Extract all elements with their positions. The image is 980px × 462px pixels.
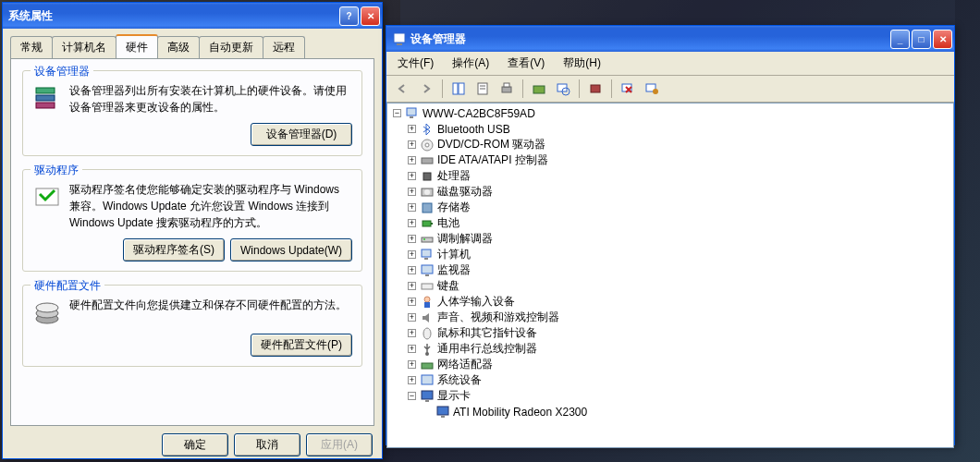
separator [522, 79, 523, 98]
app-icon [392, 31, 407, 46]
forward-button[interactable] [416, 79, 436, 99]
tree-label: 处理器 [437, 168, 471, 184]
device-manager-button[interactable]: 设备管理器(D) [251, 123, 352, 146]
tree-category[interactable]: +监视器 [389, 262, 951, 278]
expand-icon[interactable]: − [408, 392, 416, 400]
tree-category[interactable]: +键盘 [389, 278, 951, 294]
expand-icon[interactable]: + [408, 203, 416, 212]
tab-general[interactable]: 常规 [10, 36, 53, 58]
system-properties-window: 系统属性 ? ✕ 常规 计算机名 硬件 高级 自动更新 远程 设备管理器 设备管… [2, 2, 383, 459]
ok-button[interactable]: 确定 [162, 433, 228, 456]
menu-file[interactable]: 文件(F) [390, 54, 441, 73]
svg-rect-27 [422, 158, 433, 164]
svg-rect-31 [423, 203, 432, 213]
expand-icon[interactable]: + [408, 266, 416, 274]
titlebar[interactable]: 系统属性 ? ✕ [3, 3, 382, 29]
disable-button[interactable] [585, 79, 606, 99]
tree-label: IDE ATA/ATAPI 控制器 [437, 152, 548, 168]
tree-category[interactable]: +系统设备 [389, 372, 951, 388]
menu-action[interactable]: 操作(A) [445, 54, 496, 73]
tab-advanced[interactable]: 高级 [157, 36, 200, 58]
driver-signing-button[interactable]: 驱动程序签名(S) [123, 238, 225, 261]
svg-rect-1 [36, 95, 55, 101]
uninstall-button[interactable] [618, 79, 638, 99]
update-driver-button[interactable] [529, 79, 549, 99]
show-hide-tree-button[interactable] [448, 79, 469, 99]
properties-button[interactable] [472, 79, 493, 99]
tree-category[interactable]: +网络适配器 [389, 357, 951, 372]
tree-category[interactable]: +人体学输入设备 [389, 294, 951, 310]
tree-root[interactable]: −WWW-CA2BC8F59AD [389, 105, 951, 121]
ide-icon [420, 153, 435, 168]
back-button[interactable] [392, 79, 412, 99]
tree-category[interactable]: +鼠标和其它指针设备 [389, 325, 951, 341]
minimize-button[interactable]: _ [890, 30, 910, 49]
hardware-profiles-icon [32, 297, 62, 326]
expand-icon[interactable]: + [408, 172, 416, 180]
tree-device[interactable]: ATI Mobility Radeon X2300 [389, 404, 951, 419]
expand-icon[interactable]: + [408, 329, 416, 337]
tree-category[interactable]: +通用串行总线控制器 [389, 341, 951, 357]
tree-category[interactable]: +存储卷 [389, 200, 951, 215]
svg-rect-33 [431, 223, 433, 225]
expand-icon[interactable]: + [408, 188, 416, 196]
separator [611, 79, 612, 98]
tree-label: 鼠标和其它指针设备 [437, 325, 537, 341]
titlebar[interactable]: 设备管理器 _ □ ✕ [386, 26, 954, 52]
collapse-icon[interactable]: − [393, 109, 401, 117]
expand-icon[interactable]: + [408, 376, 416, 384]
help-button[interactable]: ? [339, 6, 359, 26]
tree-label: 监视器 [437, 262, 471, 278]
tree-label: 显示卡 [437, 388, 471, 404]
tree-category[interactable]: +Bluetooth USB [389, 121, 951, 137]
expand-icon[interactable]: + [408, 345, 416, 353]
menu-help[interactable]: 帮助(H) [556, 54, 608, 73]
expand-icon[interactable]: + [408, 140, 416, 149]
print-button[interactable] [496, 79, 517, 99]
tree-category[interactable]: +计算机 [389, 247, 951, 262]
tree-category[interactable]: +电池 [389, 215, 951, 231]
tree-category[interactable]: +调制解调器 [389, 231, 951, 247]
expand-icon[interactable]: + [408, 360, 416, 369]
expand-icon[interactable]: + [408, 235, 416, 243]
expand-icon[interactable]: + [408, 282, 416, 290]
tree-category[interactable]: +IDE ATA/ATAPI 控制器 [389, 152, 951, 168]
expand-icon[interactable]: + [408, 313, 416, 322]
cancel-button[interactable]: 取消 [234, 433, 300, 456]
tab-remote[interactable]: 远程 [263, 36, 305, 58]
tab-row: 常规 计算机名 硬件 高级 自动更新 远程 [3, 29, 382, 58]
device-tree[interactable]: −WWW-CA2BC8F59AD+Bluetooth USB+DVD/CD-RO… [386, 103, 954, 448]
apply-button[interactable]: 应用(A) [306, 433, 373, 456]
svg-point-44 [425, 352, 429, 356]
window-title: 系统属性 [8, 8, 339, 24]
expand-icon[interactable]: + [408, 250, 416, 259]
drivers-icon [32, 181, 62, 211]
svg-rect-24 [410, 116, 413, 118]
maximize-button[interactable]: □ [912, 30, 931, 49]
tab-autoupdate[interactable]: 自动更新 [199, 36, 263, 58]
svg-rect-34 [422, 237, 433, 242]
tree-label: ATI Mobility Radeon X2300 [453, 406, 587, 419]
tree-category[interactable]: +声音、视频和游戏控制器 [389, 310, 951, 325]
svg-rect-36 [422, 249, 431, 257]
svg-rect-45 [422, 363, 433, 369]
tree-label: 网络适配器 [437, 357, 493, 372]
scan-hardware-button[interactable] [553, 79, 573, 99]
expand-icon[interactable]: + [408, 219, 416, 227]
close-button[interactable]: ✕ [361, 6, 380, 26]
tree-label: 存储卷 [437, 200, 471, 215]
tree-category[interactable]: +磁盘驱动器 [389, 184, 951, 200]
tree-category[interactable]: −显示卡 [389, 388, 951, 404]
expand-icon[interactable]: + [408, 125, 416, 133]
tab-hardware[interactable]: 硬件 [116, 34, 158, 58]
menu-view[interactable]: 查看(V) [500, 54, 552, 73]
tab-computername[interactable]: 计算机名 [52, 36, 116, 58]
windows-update-button[interactable]: Windows Update(W) [230, 238, 352, 261]
expand-icon[interactable]: + [408, 298, 416, 306]
tree-category[interactable]: +DVD/CD-ROM 驱动器 [389, 137, 951, 152]
expand-icon[interactable]: + [408, 156, 416, 164]
close-button[interactable]: ✕ [933, 30, 952, 49]
hardware-profiles-button[interactable]: 硬件配置文件(P) [251, 334, 352, 357]
refresh-button[interactable] [642, 79, 662, 99]
tree-category[interactable]: +处理器 [389, 168, 951, 184]
